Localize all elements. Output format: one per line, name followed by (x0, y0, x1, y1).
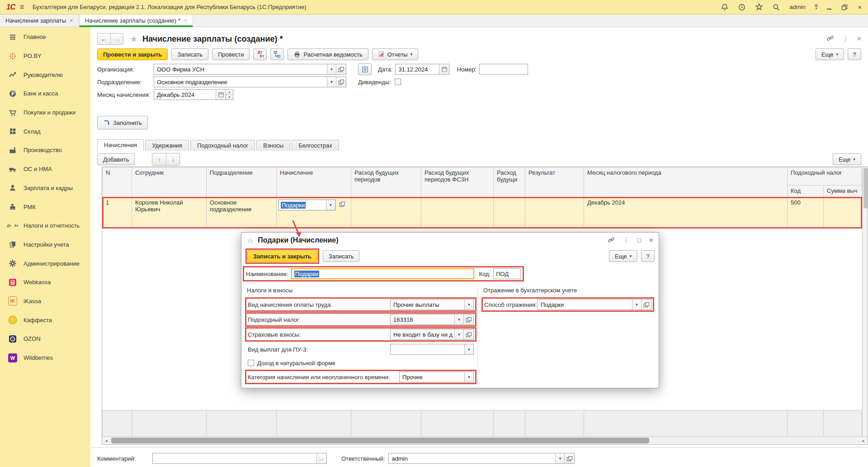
form-more-icon[interactable]: ⋮ (842, 35, 849, 43)
search-icon[interactable] (772, 3, 780, 11)
close-app-button[interactable]: × (858, 3, 862, 11)
col-header-result[interactable]: Результат (525, 167, 584, 197)
dividends-checkbox[interactable] (395, 79, 401, 85)
cell-department[interactable]: Основное подразделение (207, 197, 277, 227)
cell-accrual[interactable]: Подарки ▾ (277, 197, 351, 227)
document-structure-button[interactable] (270, 48, 284, 60)
chevron-down-icon[interactable]: ▾ (327, 64, 336, 74)
horizontal-scrollbar[interactable]: ◂ ▸ (102, 436, 868, 444)
cell-future-expense[interactable] (351, 197, 421, 227)
calendar-icon[interactable] (439, 64, 449, 74)
favorite-star-icon[interactable]: ☆ (247, 236, 253, 245)
responsible-combobox[interactable]: admin ▾ (388, 453, 575, 464)
open-icon[interactable] (463, 329, 473, 339)
current-user[interactable]: admin (789, 4, 805, 10)
sidebar-item-kaffesta[interactable]: Каффеста (0, 310, 90, 329)
sidebar-item-ikassa[interactable]: iK iKassa (0, 292, 90, 311)
col-header-employee[interactable]: Сотрудник (132, 167, 207, 197)
move-down-button[interactable]: ↓ (166, 153, 179, 165)
forward-button[interactable]: → (110, 33, 123, 44)
tab-close-icon[interactable]: × (70, 17, 73, 24)
date-input[interactable]: 31.12.2024 (395, 64, 449, 75)
add-row-button[interactable]: Добавить (97, 153, 135, 165)
accrual-kind-combobox[interactable]: Прочие выплаты ▾ (390, 299, 474, 310)
in-kind-checkbox[interactable] (248, 360, 254, 366)
spin-up-icon[interactable]: ▴ (226, 90, 233, 95)
dialog-more-icon[interactable]: ⋮ (623, 237, 629, 244)
sidebar-item-bank-cash[interactable]: Банк и касса (0, 84, 90, 103)
col-header-tax-code[interactable]: Код (788, 186, 824, 197)
col-header-department[interactable]: Подразделение (207, 167, 277, 197)
cell-employee[interactable]: Королев Николай Юрьевич (132, 197, 207, 227)
col-header-deduction-sum[interactable]: Сумма выч (824, 186, 862, 197)
show-postings-button[interactable]: ДтКт (253, 48, 267, 60)
table-more-button[interactable]: Еще ▾ (833, 153, 861, 165)
vertical-scrollbar[interactable] (862, 167, 868, 436)
open-icon[interactable] (463, 315, 473, 324)
org-combobox[interactable]: ООО Фирма УСН ▾ (154, 64, 346, 75)
dept-combobox[interactable]: Основное подразделение ▾ (154, 76, 346, 87)
cell-future-expense2[interactable] (494, 197, 525, 227)
sidebar-item-poby[interactable]: PO.BY (0, 47, 90, 66)
col-header-future-expense-fszn[interactable]: Расход будущих периодов ФСЗН (421, 167, 494, 197)
comment-ellipsis-button[interactable]: ... (316, 453, 326, 463)
col-header-tax-month[interactable]: Месяц налогового периода (584, 167, 788, 197)
cell-n[interactable]: 1 (103, 197, 132, 227)
accrual-month-input[interactable]: Декабрь 2024 (154, 89, 226, 100)
move-up-button[interactable]: ↑ (152, 153, 166, 165)
chevron-down-icon[interactable]: ▾ (555, 453, 564, 463)
dialog-close-icon[interactable]: × (649, 236, 653, 244)
chevron-down-icon[interactable]: ▾ (464, 372, 473, 382)
back-button[interactable]: ← (98, 33, 110, 44)
scroll-left-icon[interactable]: ◂ (102, 437, 110, 444)
income-tax-combobox[interactable]: 163318 ▾ (390, 314, 474, 325)
scroll-right-icon[interactable]: ▸ (859, 437, 868, 444)
col-header-accrual[interactable]: Начисление (277, 167, 351, 197)
dialog-save-close-button[interactable]: Записать и закрыть (247, 250, 317, 262)
save-button[interactable]: Записать (171, 48, 208, 60)
table-row[interactable]: 1 Королев Николай Юрьевич Основное подра… (103, 197, 862, 227)
chevron-down-icon[interactable]: ▾ (464, 300, 473, 310)
sidebar-item-taxes-reports[interactable]: ДтКт Налоги и отчетность (0, 216, 90, 235)
dialog-help-button[interactable]: ? (641, 250, 655, 262)
window-tab-salary-new[interactable]: Начисление зарплаты (создание) * × (79, 14, 193, 27)
fill-button[interactable]: Заполнить (97, 116, 148, 129)
restore-button[interactable] (840, 3, 849, 11)
post-button[interactable]: Провести (212, 48, 250, 60)
chevron-down-icon[interactable]: ▾ (326, 200, 335, 210)
cell-deduction-sum[interactable] (824, 197, 862, 227)
dialog-save-button[interactable]: Записать (323, 250, 360, 262)
chevron-down-icon[interactable]: ▾ (632, 300, 641, 310)
sidebar-item-accounting-settings[interactable]: Настройки учета (0, 235, 90, 254)
insurance-combobox[interactable]: Не входит в базу ни д ▾ (390, 329, 474, 340)
reports-button[interactable]: Отчеты ▾ (372, 48, 418, 60)
col-header-income-tax-group[interactable]: Подоходный налог (788, 167, 862, 186)
favorite-star-icon[interactable]: ★ (130, 33, 138, 44)
form-more-button[interactable]: Еще ▾ (816, 48, 844, 60)
sidebar-item-salary-hr[interactable]: Зарплата и кадры (0, 179, 90, 198)
form-close-icon[interactable]: × (857, 35, 861, 43)
tab-contributions[interactable]: Взносы (256, 140, 290, 151)
tab-belgosstrakh[interactable]: Белгосстрах (292, 140, 339, 151)
tab-close-icon[interactable]: × (184, 17, 188, 24)
chevron-down-icon[interactable]: ▾ (327, 77, 336, 87)
col-header-n[interactable]: N (103, 167, 132, 197)
col-header-future-expense[interactable]: Расход будущих периодов (351, 167, 421, 197)
sidebar-item-purchases-sales[interactable]: Покупки и продажи (0, 103, 90, 122)
open-icon[interactable] (564, 453, 574, 463)
open-icon[interactable] (337, 199, 346, 210)
comment-input[interactable]: ... (152, 453, 327, 464)
open-icon[interactable] (336, 64, 346, 74)
minimize-button[interactable] (827, 3, 831, 11)
tab-accruals[interactable]: Начисления (97, 139, 144, 151)
get-link-icon[interactable] (826, 34, 834, 43)
dialog-more-button[interactable]: Еще ▾ (609, 250, 637, 262)
window-tab-salary-list[interactable]: Начисления зарплаты × (0, 14, 79, 27)
reflection-combobox[interactable]: Подарки ▾ (538, 299, 651, 310)
col-header-future-expense2[interactable]: Расход будущи (494, 167, 525, 197)
sidebar-item-manager[interactable]: Руководителю (0, 65, 90, 84)
sidebar-item-wildberries[interactable]: W Wildberries (0, 348, 90, 367)
sidebar-item-rmk[interactable]: РМК (0, 197, 90, 216)
scrollbar-thumb[interactable] (111, 438, 649, 443)
history-icon[interactable] (738, 3, 746, 11)
